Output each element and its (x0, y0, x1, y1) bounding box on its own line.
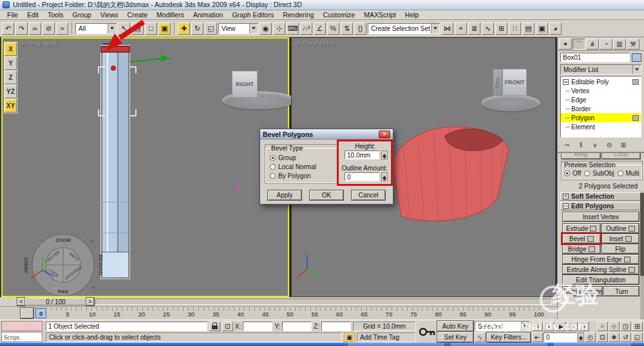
x-coordinate-field[interactable] (243, 322, 272, 331)
redo-icon[interactable]: ↷ (15, 23, 28, 35)
edit-polygons-button[interactable]: Extrude Along Spline (563, 265, 639, 274)
collapse-icon[interactable] (563, 79, 569, 85)
ok-button[interactable]: OK (310, 190, 343, 200)
select-and-manipulate-icon[interactable]: ⊹ (273, 23, 285, 35)
bind-to-space-warp-icon[interactable]: ≈ (56, 23, 68, 35)
reference-coordinate-dropdown[interactable]: View (218, 23, 258, 34)
edit-polygons-button[interactable]: Outline (602, 224, 639, 233)
settings-icon[interactable] (625, 236, 632, 242)
edit-polygons-button[interactable]: Inset (602, 234, 639, 243)
edit-polygons-button[interactable]: Retriangulate (563, 287, 602, 296)
menu-item[interactable]: Customize (319, 11, 360, 19)
time-slider-track[interactable] (95, 298, 552, 305)
axis-constraint-button[interactable]: Y (5, 57, 17, 70)
select-and-move-icon[interactable]: ✚ (178, 23, 190, 35)
named-selection-sets-icon[interactable]: {} (354, 23, 366, 35)
remove-modifier-icon[interactable]: ⊖ (604, 140, 614, 150)
axis-constraint-button[interactable]: YZ (5, 85, 17, 98)
tab-hierarchy-icon[interactable]: ⋔ (586, 39, 599, 50)
settings-icon[interactable] (629, 267, 635, 273)
edit-polygons-button[interactable]: Extrude (563, 224, 600, 233)
spinner-snap-icon[interactable]: ⇅ (341, 23, 353, 35)
preview-selection-radio[interactable]: Multi (618, 170, 639, 177)
tab-modify-icon[interactable]: ⌒ (573, 39, 585, 50)
use-pivot-point-icon[interactable]: ◉ (260, 23, 272, 35)
viewcube[interactable]: LEFT FRONT (493, 69, 527, 96)
mini-curve-editor-button[interactable] (21, 308, 33, 318)
settings-icon[interactable] (629, 226, 635, 232)
axis-constraint-button[interactable]: XY (5, 99, 17, 113)
layer-manager-icon[interactable]: ≣ (468, 23, 480, 35)
rollout-toggle-icon[interactable]: + (563, 194, 569, 199)
dialog-title-bar[interactable]: Bevel Polygons ✕ (260, 129, 393, 140)
pan-icon[interactable]: ❖ (609, 332, 620, 342)
auto-key-button[interactable]: Auto Key (437, 321, 473, 331)
modifier-list-dropdown[interactable]: Modifier List (560, 64, 641, 75)
menu-item[interactable]: Graph Editors (227, 11, 278, 19)
beveled-polygon-object[interactable] (382, 122, 520, 231)
previous-frame-arrow[interactable]: < (17, 298, 25, 305)
zoom-extents-all-icon[interactable]: ⊞ (632, 322, 643, 331)
window-crossing-icon[interactable]: ▣ (158, 23, 171, 35)
menu-item[interactable]: Views (96, 11, 123, 19)
chevron-down-icon[interactable] (521, 322, 529, 331)
angle-snap-icon[interactable]: ∠ (314, 23, 326, 35)
key-filters-button[interactable]: Key Filters... (487, 332, 531, 342)
render-setup-icon[interactable]: ▤ (522, 23, 535, 35)
material-editor-icon[interactable]: ∷ (509, 23, 521, 35)
cancel-button[interactable]: Cancel (352, 190, 385, 200)
viewport-left[interactable]: Orthographic XYZYZXY (1, 37, 289, 297)
arc-rotate-icon[interactable]: ↺ (620, 332, 631, 342)
make-unique-icon[interactable]: ∨ (590, 140, 600, 150)
select-and-rotate-icon[interactable]: ↻ (191, 23, 204, 35)
close-icon[interactable]: ✕ (379, 131, 390, 138)
curve-editor-icon[interactable]: ∿ (482, 23, 494, 35)
time-slider-handle[interactable]: 0 / 100 (25, 298, 86, 305)
absolute-offset-toggle-icon[interactable]: ⊡ (222, 322, 233, 331)
unlink-selection-icon[interactable]: ⊘ (43, 23, 55, 35)
selection-set-key-dropdown[interactable]: Selected (475, 321, 530, 331)
edit-polygons-button[interactable]: Turn (604, 287, 639, 296)
menu-item[interactable]: Help (401, 11, 424, 19)
menu-item[interactable]: File (3, 11, 23, 19)
menu-item[interactable]: Animation (189, 11, 228, 19)
show-end-result-icon[interactable]: ‖ (576, 140, 586, 150)
menu-item[interactable]: Rendering (278, 11, 318, 19)
edge-select-button[interactable]: Loop (602, 153, 641, 159)
box-object[interactable] (98, 40, 172, 284)
undo-icon[interactable]: ↶ (2, 23, 14, 35)
go-to-start-icon[interactable]: « (532, 322, 543, 331)
select-object-icon[interactable]: ↖ (118, 23, 130, 35)
chevron-down-icon[interactable] (249, 24, 258, 33)
select-and-scale-icon[interactable]: ◱ (205, 23, 217, 35)
track-bar-ruler[interactable]: 0510152025303540455055606570758085909510… (35, 307, 544, 320)
zoom-extents-icon[interactable]: ◳ (620, 322, 631, 331)
select-and-link-icon[interactable]: ∞ (29, 23, 41, 35)
object-color-swatch[interactable] (632, 53, 641, 62)
maxscript-listener-field[interactable]: Script. (1, 332, 43, 342)
isolate-cube-icon[interactable]: ▣ (344, 332, 355, 342)
viewport-label[interactable]: Orthographic (295, 40, 336, 46)
stack-item-editable-poly[interactable]: Editable Poly (561, 77, 641, 86)
apply-button[interactable]: Apply (268, 190, 301, 200)
schematic-view-icon[interactable]: ⊞ (495, 23, 507, 35)
zoom-all-icon[interactable]: ⊹ (609, 322, 620, 331)
frame-spinner[interactable] (578, 332, 584, 342)
set-key-button[interactable]: Set Key (437, 332, 473, 342)
zoom-region-icon[interactable]: ⊡ (597, 332, 608, 342)
object-name-field[interactable]: Box01 (560, 53, 630, 62)
next-frame-arrow[interactable]: > (86, 298, 94, 305)
stack-subobject-item[interactable]: Vertex (561, 86, 641, 95)
settings-icon[interactable] (587, 236, 594, 242)
rollout-header[interactable]: − Edit Polygons (560, 202, 641, 210)
viewport-label[interactable]: Orthographic (19, 41, 61, 47)
settings-icon[interactable] (589, 246, 595, 252)
menu-item[interactable]: Tools (43, 11, 68, 19)
next-frame-icon[interactable]: › (567, 322, 578, 331)
rollout-header[interactable]: + Soft Selection (560, 192, 641, 201)
preview-selection-radio[interactable]: Off (564, 170, 581, 177)
settings-icon[interactable] (590, 226, 596, 232)
pin-stack-icon[interactable]: ⊸ (562, 140, 572, 150)
stack-subobject-item[interactable]: Polygon (561, 113, 641, 122)
menu-item[interactable]: Modifiers (152, 11, 189, 19)
